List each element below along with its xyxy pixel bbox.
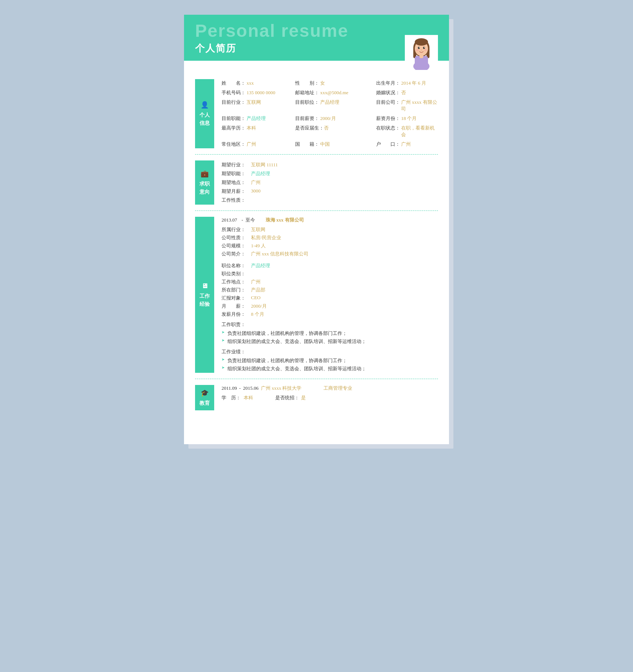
info-item-industry: 目前行业： 互联网 — [222, 98, 295, 113]
header-title-zh: 个人简历 — [195, 42, 438, 55]
svg-point-5 — [423, 47, 425, 49]
info-item-fresh: 是否应届生： 否 — [295, 124, 376, 139]
info-item-nationality: 国 籍： 中国 — [295, 140, 376, 148]
edu-body: 2011.09 - 2015.06 广州 xxxx 科技大学 工商管理专业 学 … — [222, 385, 438, 410]
info-item-hukou: 户 口： 广州 — [376, 140, 438, 148]
work-body: 2013.07 - 至今 珠海 xxx 有限公司 所属行业： 互联网 公司性质：… — [222, 217, 438, 373]
ji-function: 期望职能： 产品经理 — [222, 169, 438, 178]
edu-header: 2011.09 - 2015.06 广州 xxxx 科技大学 工商管理专业 — [222, 385, 438, 392]
info-item-education: 最高学历： 本科 — [222, 124, 295, 139]
edu-label-text: 教育 — [199, 399, 210, 407]
work-header: 2013.07 - 至今 珠海 xxx 有限公司 — [222, 217, 438, 223]
svg-point-12 — [416, 39, 427, 44]
work-size: 公司规模： 1-49 人 — [222, 242, 438, 250]
svg-point-7 — [424, 47, 425, 48]
info-item-birth: 出生年月： 2014 年 6 月 — [376, 79, 438, 87]
info-item-name: 姓 名： xxx — [222, 79, 295, 87]
svg-point-4 — [418, 47, 420, 49]
resume-page: Personal resume 个人简历 — [184, 15, 449, 444]
header-title-en: Personal resume — [195, 22, 438, 40]
header: Personal resume 个人简历 — [184, 15, 449, 61]
edu-school: 广州 xxxx 科技大学 — [261, 385, 302, 392]
svg-rect-15 — [420, 54, 423, 58]
ji-location: 期望地点： 广州 — [222, 178, 438, 187]
ji-salary: 期望月薪： 3000 — [222, 187, 438, 196]
info-item-salary: 目前薪资： 2000/月 — [295, 114, 376, 123]
work-pos-cat: 职位类别： — [222, 270, 438, 278]
info-item-status: 在职状态： 在职，看看新机会 — [376, 124, 438, 139]
work-report: 汇报对象： CEO — [222, 294, 438, 302]
work-label-text: 工作经验 — [199, 292, 210, 309]
personal-section: 👤 个人信息 姓 名： xxx 性 别： 女 — [195, 79, 438, 155]
work-achieve-2: 组织策划社团的成立大会、竞选会、团队培训、招新等运维活动； — [222, 365, 438, 373]
svg-point-6 — [419, 47, 420, 48]
avatar-icon — [407, 37, 436, 70]
job-intention-section: 💼 求职意向 期望行业： 互联网 11111 期望职能： 产品经理 期望地点： … — [195, 160, 438, 211]
work-location: 工作地点： 广州 — [222, 278, 438, 286]
work-company: 珠海 xxx 有限公司 — [266, 217, 304, 223]
work-section: 🖥 工作经验 2013.07 - 至今 珠海 xxx 有限公司 所属行业： 互联… — [195, 217, 438, 379]
info-item-salary-months: 薪资月份： 18 个月 — [376, 114, 438, 123]
work-intro: 公司简介： 广州 xxx 信息科技有限公司 — [222, 250, 438, 258]
job-body: 期望行业： 互联网 11111 期望职能： 产品经理 期望地点： 广州 期望月薪… — [222, 160, 438, 205]
edu-degree-row: 学 历： 本科 是否统招： 是 — [222, 394, 438, 402]
work-achieve-title: 工作业绩： — [222, 349, 438, 355]
work-resp-2: 组织策划社团的成立大会、竞选会、团队培训、招新等运维活动； — [222, 337, 438, 346]
edu-icon: 🎓 — [201, 388, 209, 399]
ji-worktype: 工作性质： — [222, 196, 438, 205]
work-achieve-1: 负责社团组织建设，社团机构的管理，协调各部门工作； — [222, 357, 438, 365]
info-item-position: 目前职位： 产品经理 — [295, 98, 376, 113]
page-container: Personal resume 个人简历 — [184, 15, 449, 444]
edu-date-start: 2011.09 — [222, 385, 237, 391]
info-item-function: 目前职能： 产品经理 — [222, 114, 295, 123]
svg-point-10 — [421, 50, 422, 50]
work-pos-name: 职位名称： 产品经理 — [222, 262, 438, 270]
work-resp-title: 工作职责： — [222, 321, 438, 328]
work-salary: 月 薪： 2000/月 — [222, 302, 438, 310]
personal-icon: 👤 — [201, 100, 209, 110]
personal-label-text: 个人信息 — [199, 111, 210, 128]
education-section: 🎓 教育 2011.09 - 2015.06 广州 xxxx 科技大学 工商管理… — [195, 385, 438, 416]
edu-label: 🎓 教育 — [195, 385, 214, 410]
job-icon: 💼 — [201, 169, 209, 179]
svg-point-8 — [416, 49, 419, 51]
work-date-start: 2013.07 — [222, 217, 237, 223]
work-date-end: 至今 — [245, 217, 260, 223]
info-item-marital: 婚姻状况： 否 — [376, 89, 438, 97]
ji-industry: 期望行业： 互联网 11111 — [222, 160, 438, 169]
job-label-text: 求职意向 — [199, 180, 210, 197]
personal-info-grid: 姓 名： xxx 性 别： 女 出生年月： 2014 年 6 月 — [222, 79, 438, 148]
job-label: 💼 求职意向 — [195, 160, 214, 205]
info-item-email: 邮箱地址： xxx@500d.me — [295, 89, 376, 97]
work-nature: 公司性质： 私营/民营企业 — [222, 234, 438, 242]
work-industry: 所属行业： 互联网 — [222, 226, 438, 234]
work-icon: 🖥 — [201, 281, 208, 291]
info-item-gender: 性 别： 女 — [295, 79, 376, 87]
personal-label: 👤 个人信息 — [195, 79, 214, 148]
work-label: 🖥 工作经验 — [195, 217, 214, 373]
work-pay-months: 发薪月份： 8 个月 — [222, 310, 438, 318]
edu-major: 工商管理专业 — [323, 385, 352, 392]
svg-point-9 — [424, 49, 427, 51]
work-resp-1: 负责社团组织建设，社团机构的管理，协调各部门工作； — [222, 329, 438, 337]
edu-date-end: 2015.06 — [243, 385, 261, 391]
info-item-residence: 常住地区： 广州 — [222, 140, 295, 148]
personal-body: 姓 名： xxx 性 别： 女 出生年月： 2014 年 6 月 — [222, 79, 438, 148]
resume-content: 👤 个人信息 姓 名： xxx 性 别： 女 — [184, 61, 449, 429]
info-item-company: 目前公司： 广州 xxxx 有限公司 — [376, 98, 438, 113]
avatar-box — [405, 35, 438, 72]
work-dept: 所在部门： 产品部 — [222, 286, 438, 294]
info-item-phone: 手机号码： 135 0000 0000 — [222, 89, 295, 97]
